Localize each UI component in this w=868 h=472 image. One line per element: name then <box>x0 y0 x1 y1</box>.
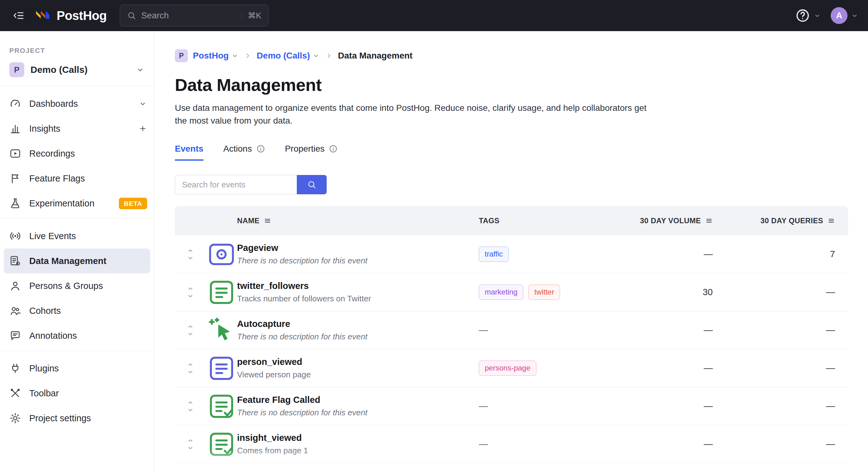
tag[interactable]: marketing <box>479 285 523 300</box>
sidebar-item-label: Toolbar <box>29 388 59 399</box>
row-sort-arrows[interactable] <box>187 399 194 414</box>
chevron-right-icon <box>325 52 333 60</box>
row-sort-arrows[interactable] <box>187 247 194 262</box>
chevron-up-icon <box>187 285 194 292</box>
info-icon[interactable] <box>329 144 338 153</box>
event-description: There is no description for this event <box>237 408 479 417</box>
sidebar-item-label: Insights <box>29 124 60 134</box>
tab-events[interactable]: Events <box>175 144 204 161</box>
page-title: Data Management <box>175 75 848 95</box>
sidebar-item-dashboards[interactable]: Dashboards <box>0 91 154 116</box>
tools-icon <box>9 387 21 399</box>
plug-icon <box>9 362 21 374</box>
bar-chart-icon <box>9 123 21 135</box>
row-sort-arrows[interactable] <box>187 285 194 300</box>
flask-icon <box>9 197 21 209</box>
sort-icon[interactable] <box>705 217 713 225</box>
queries-cell: — <box>713 401 848 411</box>
global-search[interactable]: ⌘K <box>120 5 269 26</box>
sidebar-item-live-events[interactable]: Live Events <box>0 224 154 248</box>
divider <box>0 351 154 351</box>
row-sort-arrows[interactable] <box>187 323 194 338</box>
sidebar-item-experimentation[interactable]: Experimentation BETA <box>0 191 154 216</box>
sidebar-item-data-management[interactable]: Data Management <box>4 248 150 273</box>
column-header-volume[interactable]: 30 DAY VOLUME <box>607 216 713 225</box>
sidebar-nav-section-2: Live Events Data Management Persons & Gr… <box>0 224 154 348</box>
annotation-icon <box>9 330 21 342</box>
page-description: Use data management to organize events t… <box>175 102 655 127</box>
sort-icon[interactable] <box>828 217 835 225</box>
project-avatar: P <box>175 49 188 62</box>
queries-cell: — <box>713 287 848 297</box>
sidebar-item-feature-flags[interactable]: Feature Flags <box>0 166 154 191</box>
sidebar-item-label: Dashboards <box>29 99 78 109</box>
project-selector[interactable]: P Demo (Calls) <box>0 55 154 83</box>
sidebar-item-plugins[interactable]: Plugins <box>0 356 154 381</box>
sidebar-item-recordings[interactable]: Recordings <box>0 141 154 166</box>
sidebar-nav-section-3: Plugins Toolbar Project settings <box>0 356 154 431</box>
event-description: Viewed person page <box>237 370 479 380</box>
sidebar-item-project-settings[interactable]: Project settings <box>0 406 154 431</box>
tag[interactable]: traffic <box>479 246 509 262</box>
sidebar-item-cohorts[interactable]: Cohorts <box>0 298 154 323</box>
table-row: Pageview There is no description for thi… <box>175 235 848 273</box>
row-sort-arrows[interactable] <box>187 437 194 452</box>
event-name[interactable]: Feature Flag Called <box>237 395 479 405</box>
sidebar-item-persons-groups[interactable]: Persons & Groups <box>0 273 154 298</box>
event-name[interactable]: insight_viewed <box>237 433 479 443</box>
volume-cell: — <box>607 249 713 259</box>
tab-properties[interactable]: Properties <box>285 144 338 161</box>
breadcrumb-link-posthog[interactable]: PostHog <box>193 51 239 61</box>
event-list-check-icon <box>206 429 237 460</box>
event-name[interactable]: twitter_followers <box>237 281 479 291</box>
sidebar-item-annotations[interactable]: Annotations <box>0 323 154 348</box>
column-header-name[interactable]: NAME <box>237 216 479 225</box>
people-group-icon <box>9 305 21 317</box>
flag-icon <box>9 173 21 184</box>
volume-cell: — <box>607 363 713 373</box>
divider <box>0 218 154 218</box>
queries-cell: — <box>713 325 848 335</box>
tag[interactable]: twitter <box>528 285 560 300</box>
sidebar: PROJECT P Demo (Calls) Dashboards <box>0 31 154 472</box>
info-icon[interactable] <box>256 144 265 153</box>
tab-actions[interactable]: Actions <box>223 144 265 161</box>
account-menu-button[interactable]: A <box>831 7 859 24</box>
chevron-down-icon <box>187 368 194 376</box>
avatar: A <box>831 7 847 24</box>
chevron-down-icon <box>187 254 194 262</box>
column-header-queries[interactable]: 30 DAY QUERIES <box>713 216 848 225</box>
posthog-logo[interactable]: PostHog <box>34 7 107 24</box>
chevron-up-icon <box>187 437 194 444</box>
event-name[interactable]: person_viewed <box>237 357 479 367</box>
chevron-down-icon[interactable] <box>138 99 147 108</box>
event-name[interactable]: Pageview <box>237 243 479 253</box>
breadcrumb-current: Data Management <box>338 51 412 61</box>
sidebar-item-insights[interactable]: Insights <box>0 116 154 141</box>
event-description: There is no description for this event <box>237 256 479 266</box>
broadcast-icon <box>9 230 21 242</box>
help-menu-button[interactable] <box>795 8 822 23</box>
help-icon <box>795 8 810 23</box>
chevron-down-icon <box>850 11 859 20</box>
chevron-down-icon <box>231 52 239 59</box>
global-search-input[interactable] <box>141 10 237 21</box>
sort-icon[interactable] <box>264 217 271 225</box>
events-search-button[interactable] <box>297 175 327 194</box>
table-header: NAME TAGS 30 DAY VOLUME 30 DAY QUERIES <box>175 206 848 235</box>
tag[interactable]: persons-page <box>479 360 536 376</box>
queries-cell: — <box>713 363 848 373</box>
plus-icon[interactable] <box>138 124 147 133</box>
event-name[interactable]: Autocapture <box>237 319 479 329</box>
events-search-input[interactable] <box>175 175 297 194</box>
volume-cell: 30 <box>607 287 713 297</box>
sidebar-item-toolbar[interactable]: Toolbar <box>0 381 154 406</box>
table-row: twitter_followers Tracks number of follo… <box>175 273 848 311</box>
tab-bar: Events Actions Properties <box>175 144 848 161</box>
row-sort-arrows[interactable] <box>187 361 194 376</box>
posthog-app: PostHog ⌘K A <box>0 0 868 472</box>
table-row: insight_viewed Comes from page 1 — — — <box>175 425 848 463</box>
chevron-up-icon <box>187 323 194 330</box>
breadcrumb-link-project[interactable]: Demo (Calls) <box>257 51 320 61</box>
sidebar-collapse-button[interactable] <box>9 6 28 25</box>
